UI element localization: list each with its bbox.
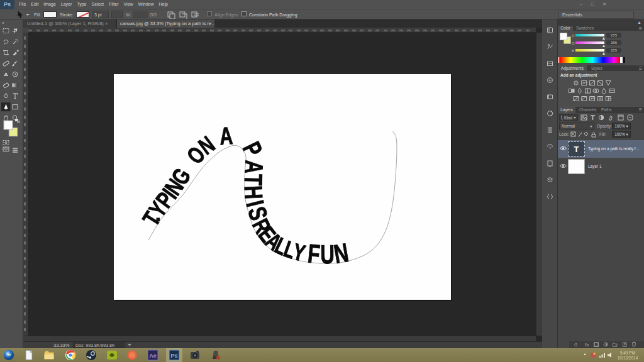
svg-text:fx: fx (585, 342, 589, 348)
